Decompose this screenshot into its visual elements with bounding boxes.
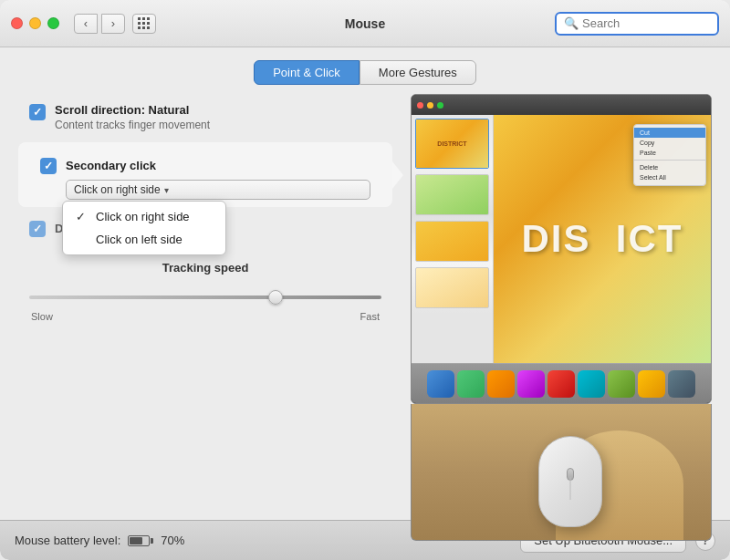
close-button[interactable]	[11, 17, 23, 29]
preview-content: DISTRICT Cut Copy	[412, 115, 711, 363]
battery-icon	[128, 535, 153, 546]
battery-tip	[151, 538, 153, 544]
check-icon: ✓	[76, 210, 89, 223]
sidebar-thumb-3	[415, 221, 489, 262]
context-item-1: Cut	[634, 128, 705, 138]
secondary-click-checkbox[interactable]: ✓	[40, 158, 57, 174]
dropdown-item-left[interactable]: Click on left side	[63, 228, 225, 251]
context-item-3: Paste	[634, 148, 705, 158]
slider-fast-label: Fast	[360, 311, 380, 322]
sidebar-thumb-2	[415, 174, 489, 215]
dropdown-item-right-label: Click on right side	[96, 210, 190, 223]
dock-icon-4	[517, 370, 545, 398]
preview-dock	[412, 363, 711, 403]
preview-sidebar: DISTRICT	[412, 115, 494, 363]
grid-button[interactable]	[132, 14, 156, 34]
battery-body	[128, 535, 150, 546]
titlebar: ‹ › Mouse 🔍	[0, 0, 730, 47]
dock-icon-7	[608, 370, 635, 398]
secondary-click-section: ✓ Secondary click Click on right side ▾ …	[29, 150, 381, 200]
dock-icon-2	[457, 370, 485, 398]
sidebar-thumb-4	[415, 267, 489, 308]
nav-buttons: ‹ ›	[74, 14, 125, 34]
forward-button[interactable]: ›	[101, 14, 125, 34]
mouse-shape	[538, 436, 602, 527]
dock-icon-6	[578, 370, 605, 398]
scroll-setting-text: Scroll direction: Natural Content tracks…	[55, 103, 210, 131]
checkmark-icon: ✓	[33, 106, 42, 119]
preview-main-content: Cut Copy Paste Delete Select All DIS ICT	[494, 115, 711, 363]
search-icon: 🔍	[564, 16, 579, 30]
district-text: DIS ICT	[521, 217, 683, 261]
checkmark-icon-3: ✓	[33, 223, 42, 235]
secondary-click-label: Secondary click	[66, 159, 156, 172]
secondary-click-container: ✓ Secondary click Click on right side ▾ …	[18, 142, 392, 207]
search-box[interactable]: 🔍	[555, 12, 719, 36]
tracking-slider[interactable]	[29, 284, 381, 311]
dock-icon-1	[427, 370, 454, 398]
scroll-checkbox[interactable]: ✓	[29, 104, 46, 120]
dock-icon-9	[668, 370, 695, 398]
context-item-4: Delete	[634, 162, 705, 172]
right-panel: DISTRICT Cut Copy	[411, 94, 712, 541]
left-panel: ✓ Scroll direction: Natural Content trac…	[18, 94, 392, 541]
slider-track	[29, 296, 381, 299]
dock-icon-8	[638, 370, 665, 398]
dropdown-value: Click on right side	[74, 183, 161, 196]
page-thumb-content-1: DISTRICT	[416, 119, 488, 168]
dropdown-item-left-label: Click on left side	[96, 233, 182, 246]
mouse-hand-image	[411, 404, 712, 541]
arrow-indicator	[392, 161, 403, 189]
tab-more-gestures[interactable]: More Gestures	[360, 60, 476, 85]
dock-icon-5	[548, 370, 575, 398]
sidebar-thumb-1: DISTRICT	[415, 119, 489, 169]
grid-icon	[138, 17, 151, 30]
dock-icon-3	[487, 370, 515, 398]
search-input[interactable]	[582, 16, 710, 30]
context-menu-preview: Cut Copy Paste Delete Select All	[633, 124, 706, 186]
slider-slow-label: Slow	[31, 311, 53, 322]
tab-point-click[interactable]: Point & Click	[254, 60, 360, 85]
back-button[interactable]: ‹	[74, 14, 98, 34]
window-title: Mouse	[345, 16, 385, 31]
battery-info: Mouse battery level: 70%	[15, 534, 184, 547]
preview-close	[417, 102, 423, 109]
battery-percent: 70%	[161, 534, 184, 547]
tracking-section: Tracking speed Slow Fast	[18, 246, 392, 329]
dropdown-menu: ✓ Click on right side Click on left side	[62, 201, 226, 255]
fruit-bg: Cut Copy Paste Delete Select All DIS ICT	[494, 115, 711, 363]
battery-label: Mouse battery level:	[15, 534, 120, 547]
tracking-title: Tracking speed	[162, 261, 249, 275]
preview-image: DISTRICT Cut Copy	[411, 94, 712, 404]
mouse-line	[570, 477, 571, 500]
traffic-lights	[11, 17, 59, 29]
preview-top-bar	[412, 95, 711, 115]
secondary-click-header: ✓ Secondary click	[40, 157, 370, 174]
check-placeholder-icon	[76, 233, 89, 246]
dropdown-item-right[interactable]: ✓ Click on right side	[63, 205, 225, 228]
scroll-sublabel: Content tracks finger movement	[55, 119, 210, 131]
dropdown-button[interactable]: Click on right side ▾	[66, 180, 370, 200]
slider-container: Slow Fast	[29, 284, 381, 322]
checkmark-icon-2: ✓	[44, 160, 53, 172]
main-area: ✓ Scroll direction: Natural Content trac…	[0, 94, 730, 550]
preview-minimize	[427, 102, 433, 109]
double-tap-checkbox[interactable]: ✓	[29, 221, 46, 237]
context-item-5: Select All	[634, 172, 705, 182]
scroll-setting-row: ✓ Scroll direction: Natural Content trac…	[18, 94, 392, 140]
battery-fill	[130, 537, 142, 544]
preview-sidebar-thumb: DISTRICT	[412, 115, 493, 363]
scroll-label: Scroll direction: Natural	[55, 103, 210, 117]
slider-thumb[interactable]	[268, 290, 283, 305]
minimize-button[interactable]	[29, 17, 41, 29]
preview-maximize	[437, 102, 443, 109]
context-item-2: Copy	[634, 138, 705, 148]
slider-labels: Slow Fast	[29, 311, 381, 322]
context-divider	[634, 160, 705, 161]
content-area: Point & Click More Gestures ✓ Scroll dir…	[0, 47, 730, 520]
maximize-button[interactable]	[47, 17, 59, 29]
chevron-down-icon: ▾	[164, 185, 169, 195]
tabs-container: Point & Click More Gestures	[0, 47, 730, 94]
